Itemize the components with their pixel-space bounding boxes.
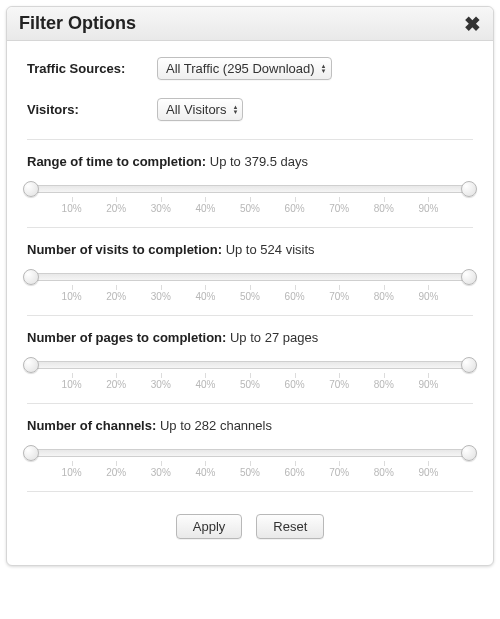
time-slider-track[interactable] xyxy=(27,179,473,199)
channels-slider-track[interactable] xyxy=(27,443,473,463)
pages-slider-handle-high[interactable] xyxy=(461,357,477,373)
slider-rail xyxy=(27,361,473,369)
time-slider-head: Range of time to completion: Up to 379.5… xyxy=(27,154,473,169)
filter-options-dialog: Filter Options ✖ Traffic Sources: All Tr… xyxy=(6,6,494,566)
visitors-row: Visitors: All Visitors ▲▼ xyxy=(27,98,473,121)
tick-label: 60% xyxy=(285,467,305,478)
visits-slider-track[interactable] xyxy=(27,267,473,287)
visits-slider-handle-low[interactable] xyxy=(23,269,39,285)
tick-label: 20% xyxy=(106,203,126,214)
tick-label: 40% xyxy=(195,291,215,302)
traffic-sources-select[interactable]: All Traffic (295 Download) ▲▼ xyxy=(157,57,332,80)
dialog-titlebar: Filter Options ✖ xyxy=(7,7,493,41)
visits-slider-handle-high[interactable] xyxy=(461,269,477,285)
dialog-title: Filter Options xyxy=(19,13,136,34)
visitors-select[interactable]: All Visitors ▲▼ xyxy=(157,98,243,121)
tick-label: 30% xyxy=(151,467,171,478)
tick-label: 90% xyxy=(418,203,438,214)
tick-label: 60% xyxy=(285,203,305,214)
time-slider-ticks: 10%20%30%40%50%60%70%80%90% xyxy=(27,201,473,219)
select-arrows-icon: ▲▼ xyxy=(232,105,238,115)
tick-label: 80% xyxy=(374,467,394,478)
apply-button[interactable]: Apply xyxy=(176,514,243,539)
visits-slider-ticks: 10%20%30%40%50%60%70%80%90% xyxy=(27,289,473,307)
select-arrows-icon: ▲▼ xyxy=(321,64,327,74)
pages-slider-head: Number of pages to completion: Up to 27 … xyxy=(27,330,473,345)
reset-button[interactable]: Reset xyxy=(256,514,324,539)
slider-rail xyxy=(27,185,473,193)
tick-label: 40% xyxy=(195,379,215,390)
tick-label: 10% xyxy=(62,467,82,478)
channels-slider-head: Number of channels: Up to 282 channels xyxy=(27,418,473,433)
tick-label: 10% xyxy=(62,379,82,390)
tick-label: 40% xyxy=(195,203,215,214)
tick-label: 30% xyxy=(151,379,171,390)
tick-label: 70% xyxy=(329,467,349,478)
tick-label: 50% xyxy=(240,291,260,302)
traffic-sources-label: Traffic Sources: xyxy=(27,61,157,76)
time-slider-label: Range of time to completion: xyxy=(27,154,206,169)
channels-slider-label: Number of channels: xyxy=(27,418,156,433)
pages-slider-value: Up to 27 pages xyxy=(230,330,318,345)
time-slider-block: Range of time to completion: Up to 379.5… xyxy=(27,154,473,228)
tick-label: 50% xyxy=(240,467,260,478)
visits-slider-block: Number of visits to completion: Up to 52… xyxy=(27,242,473,316)
tick-label: 60% xyxy=(285,379,305,390)
pages-slider-ticks: 10%20%30%40%50%60%70%80%90% xyxy=(27,377,473,395)
pages-slider-handle-low[interactable] xyxy=(23,357,39,373)
tick-label: 60% xyxy=(285,291,305,302)
divider xyxy=(27,139,473,140)
tick-label: 10% xyxy=(62,203,82,214)
time-slider-handle-low[interactable] xyxy=(23,181,39,197)
tick-label: 20% xyxy=(106,467,126,478)
tick-label: 50% xyxy=(240,379,260,390)
time-slider-handle-high[interactable] xyxy=(461,181,477,197)
visitors-label: Visitors: xyxy=(27,102,157,117)
tick-label: 70% xyxy=(329,291,349,302)
tick-label: 70% xyxy=(329,379,349,390)
tick-label: 20% xyxy=(106,291,126,302)
channels-slider-ticks: 10%20%30%40%50%60%70%80%90% xyxy=(27,465,473,483)
tick-label: 70% xyxy=(329,203,349,214)
tick-label: 40% xyxy=(195,467,215,478)
dialog-buttons: Apply Reset xyxy=(27,506,473,553)
traffic-sources-value: All Traffic (295 Download) xyxy=(166,61,315,76)
channels-slider-handle-high[interactable] xyxy=(461,445,477,461)
tick-label: 80% xyxy=(374,203,394,214)
divider xyxy=(27,491,473,492)
visitors-value: All Visitors xyxy=(166,102,226,117)
visits-slider-label: Number of visits to completion: xyxy=(27,242,222,257)
divider xyxy=(27,315,473,316)
channels-slider-block: Number of channels: Up to 282 channels10… xyxy=(27,418,473,492)
tick-label: 90% xyxy=(418,291,438,302)
pages-slider-label: Number of pages to completion: xyxy=(27,330,226,345)
pages-slider-block: Number of pages to completion: Up to 27 … xyxy=(27,330,473,404)
channels-slider-handle-low[interactable] xyxy=(23,445,39,461)
dialog-content: Traffic Sources: All Traffic (295 Downlo… xyxy=(7,41,493,565)
pages-slider-track[interactable] xyxy=(27,355,473,375)
tick-label: 90% xyxy=(418,467,438,478)
tick-label: 80% xyxy=(374,291,394,302)
tick-label: 30% xyxy=(151,291,171,302)
tick-label: 10% xyxy=(62,291,82,302)
slider-rail xyxy=(27,449,473,457)
slider-rail xyxy=(27,273,473,281)
tick-label: 90% xyxy=(418,379,438,390)
divider xyxy=(27,403,473,404)
tick-label: 80% xyxy=(374,379,394,390)
tick-label: 30% xyxy=(151,203,171,214)
tick-label: 50% xyxy=(240,203,260,214)
close-icon[interactable]: ✖ xyxy=(462,14,483,34)
channels-slider-value: Up to 282 channels xyxy=(160,418,272,433)
visits-slider-value: Up to 524 visits xyxy=(226,242,315,257)
visits-slider-head: Number of visits to completion: Up to 52… xyxy=(27,242,473,257)
traffic-sources-row: Traffic Sources: All Traffic (295 Downlo… xyxy=(27,57,473,80)
divider xyxy=(27,227,473,228)
tick-label: 20% xyxy=(106,379,126,390)
time-slider-value: Up to 379.5 days xyxy=(210,154,308,169)
